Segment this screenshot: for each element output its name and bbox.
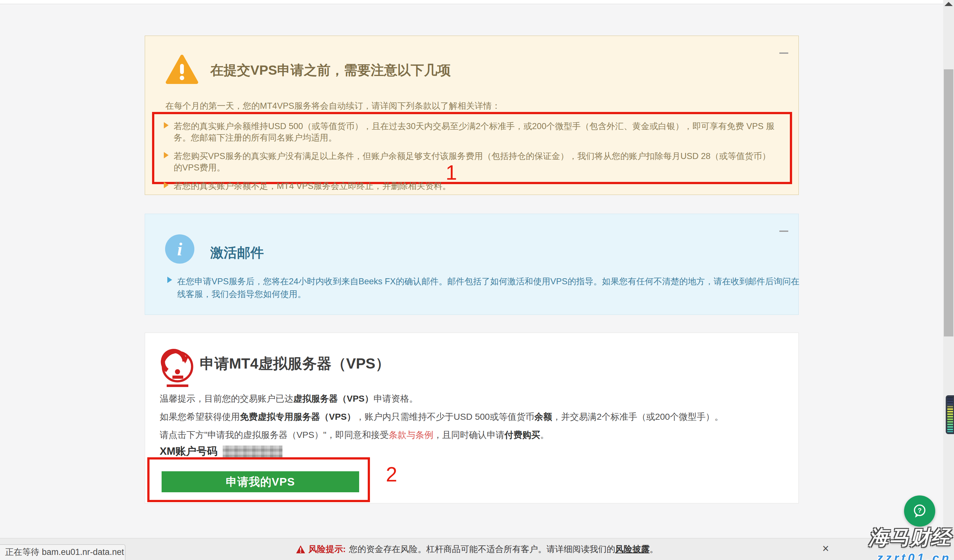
- apply-vps-button[interactable]: 申请我的VPS: [162, 471, 359, 492]
- annotation-box-2: 申请我的VPS: [147, 457, 370, 502]
- account-number-redacted: [223, 445, 282, 457]
- apply-card-title: 申请MT4虚拟服务器（VPS）: [200, 354, 390, 374]
- bullet-arrow-icon: [167, 277, 172, 283]
- vps-warning-card: 在提交VPS申请之前，需要注意以下几项 在每个月的第一天，您的MT4VPS服务将…: [145, 36, 799, 195]
- text-run: ，且同时确认申请: [433, 430, 505, 440]
- bullet-arrow-icon: [164, 122, 168, 129]
- apply-paragraph-2: 如果您希望获得使用免费虚拟专用服务器（VPS），账户内只需维持不少于USD 50…: [160, 411, 723, 423]
- terms-and-conditions-link[interactable]: 条款与条例: [389, 430, 433, 440]
- bullet-arrow-icon: [164, 152, 168, 159]
- collapse-icon[interactable]: [779, 230, 788, 232]
- help-chat-icon: ?: [910, 502, 929, 520]
- info-item-text: 在您申请VPS服务后，您将在24小时内收到来自Beeks FX的确认邮件。邮件包…: [177, 275, 801, 300]
- watermark-brand: 海马财经: [869, 524, 951, 551]
- page-background: 在提交VPS申请之前，需要注意以下几项 在每个月的第一天，您的MT4VPS服务将…: [0, 0, 954, 560]
- collapse-icon[interactable]: [779, 53, 788, 54]
- risk-warning-icon: [296, 545, 306, 554]
- scrollbar-up-arrow-icon[interactable]: [945, 2, 953, 6]
- text-run: 如果您希望获得使用: [160, 412, 240, 422]
- text-run: 申请资格。: [373, 394, 418, 404]
- close-icon[interactable]: ×: [822, 543, 829, 554]
- account-number-row: XM账户号码: [160, 444, 282, 459]
- help-button[interactable]: ?: [904, 495, 935, 527]
- bullet-arrow-icon: [164, 182, 168, 188]
- side-panel-widget[interactable]: [946, 395, 954, 434]
- text-run-bold: 虚拟服务器（VPS）: [293, 394, 373, 404]
- list-item: 在您申请VPS服务后，您将在24小时内收到来自Beeks FX的确认邮件。邮件包…: [165, 275, 801, 300]
- browser-top-strip: [0, 0, 954, 4]
- info-icon: i: [165, 234, 194, 264]
- risk-label: 风险提示:: [309, 543, 346, 555]
- apply-vps-card: 申请MT4虚拟服务器（VPS） 温馨提示，目前您的交易账户已达虚拟服务器（VPS…: [145, 333, 799, 503]
- watermark-url: zzrt01.cn: [869, 551, 951, 560]
- text-run: 。: [650, 544, 658, 554]
- list-item: 若您购买VPS服务的真实账户没有满足以上条件，但账户余额足够支付该服务费用（包括…: [162, 151, 782, 173]
- text-run: 请点击下方"申请我的虚拟服务器（VPS）"，即同意和接受: [160, 430, 389, 440]
- text-run: ，并交易满2个标准手（或200个微型手）。: [552, 412, 723, 422]
- annotation-box-1: 若您的真实账户余额维持USD 500（或等值货币），且在过去30天内交易至少满2…: [152, 112, 792, 184]
- risk-disclosure-bar: 风险提示: 您的资金存在风险。杠杆商品可能不适合所有客户。请详细阅读我们的风险披…: [0, 538, 954, 560]
- svg-text:?: ?: [918, 507, 922, 514]
- activation-email-card: i 激活邮件 在您申请VPS服务后，您将在24小时内收到来自Beeks FX的确…: [145, 214, 799, 315]
- warning-triangle-icon: [165, 54, 199, 85]
- text-run: 您的资金存在风险。杠杆商品可能不适合所有客户。请详细阅读我们的: [349, 544, 615, 554]
- side-panel-stripes: [947, 397, 953, 432]
- apply-paragraph-1: 温馨提示，目前您的交易账户已达虚拟服务器（VPS）申请资格。: [160, 393, 418, 405]
- info-card-title: 激活邮件: [210, 244, 264, 262]
- watermark: 海马财经 zzrt01.cn: [869, 524, 951, 560]
- account-number-label: XM账户号码: [160, 444, 218, 459]
- text-run-bold: 免费虚拟专用服务器（VPS）: [240, 412, 355, 422]
- text-run: ，账户内只需维持不少于USD 500或等值货币: [355, 412, 535, 422]
- warning-intro-text: 在每个月的第一天，您的MT4VPS服务将会自动续订，请详阅下列条款以了解相关详情…: [165, 100, 500, 112]
- scrollbar[interactable]: [943, 0, 954, 538]
- risk-disclosure-row: 风险提示: 您的资金存在风险。杠杆商品可能不适合所有客户。请详细阅读我们的风险披…: [0, 538, 954, 560]
- text-run-bold: 付费购买: [505, 430, 540, 440]
- apply-paragraph-3: 请点击下方"申请我的虚拟服务器（VPS）"，即同意和接受条款与条例，且同时确认申…: [160, 429, 549, 441]
- text-run: 温馨提示，目前您的交易账户已达: [160, 394, 293, 404]
- risk-text: 您的资金存在风险。杠杆商品可能不适合所有客户。请详细阅读我们的风险披露。: [349, 543, 658, 555]
- warning-card-title: 在提交VPS申请之前，需要注意以下几项: [210, 61, 451, 79]
- warning-item-text: 若您的真实账户余额维持USD 500（或等值货币），且在过去30天内交易至少满2…: [174, 121, 778, 143]
- warning-item-text: 若您购买VPS服务的真实账户没有满足以上条件，但账户余额足够支付该服务费用（包括…: [174, 151, 778, 173]
- browser-status-text: 正在等待 bam.eu01.nr-data.net 的响应...: [0, 544, 125, 560]
- annotation-step-2: 2: [386, 463, 398, 486]
- gauge-icon: [158, 347, 196, 388]
- list-item: 若您的真实账户余额不足，MT4 VPS服务会立即终止，并删除相关资料。: [162, 180, 782, 192]
- annotation-step-1: 1: [446, 161, 457, 184]
- text-run: 。: [540, 430, 549, 440]
- scrollbar-thumb[interactable]: [944, 69, 953, 336]
- list-item: 若您的真实账户余额维持USD 500（或等值货币），且在过去30天内交易至少满2…: [162, 121, 782, 143]
- text-run-bold: 余额: [535, 412, 552, 422]
- risk-disclosure-link[interactable]: 风险披露: [615, 544, 650, 554]
- warning-item-text: 若您的真实账户余额不足，MT4 VPS服务会立即终止，并删除相关资料。: [174, 180, 778, 192]
